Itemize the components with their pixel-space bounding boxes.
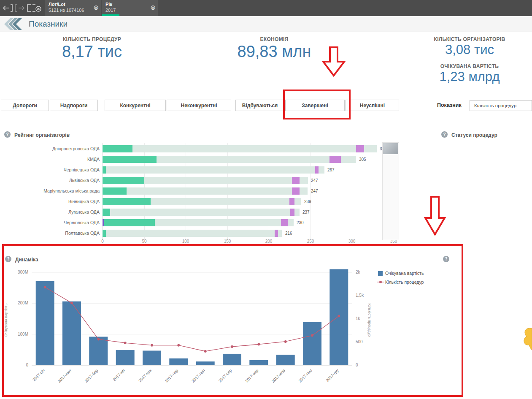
scrollbar-thumb[interactable] [383, 143, 398, 154]
org-chart-bar[interactable] [103, 166, 324, 174]
bar-segment[interactable] [281, 219, 288, 226]
bar-segment[interactable] [132, 145, 356, 152]
filter-button-6[interactable]: Завершені [285, 100, 345, 111]
dynamics-point[interactable] [44, 286, 46, 288]
bar-segment[interactable] [319, 166, 324, 174]
org-chart-tick-label: 0 [96, 239, 109, 244]
bar-segment[interactable] [106, 166, 315, 174]
svg-text:300M: 300M [18, 270, 28, 274]
bar-segment[interactable] [157, 156, 329, 163]
svg-text:0: 0 [356, 363, 358, 367]
bar-segment[interactable] [110, 209, 291, 216]
org-chart-bar[interactable] [103, 156, 356, 163]
selections-back-icon[interactable] [2, 3, 13, 13]
bar-segment[interactable] [275, 230, 278, 237]
dynamics-point[interactable] [338, 315, 340, 317]
org-chart-bar[interactable] [103, 230, 282, 237]
bar-segment[interactable] [294, 209, 300, 216]
bar-segment[interactable] [292, 187, 300, 195]
bar-segment[interactable] [341, 156, 356, 163]
metric-dropdown[interactable]: Кількість процедур [470, 100, 532, 111]
dynamics-bar[interactable] [169, 358, 188, 365]
clear-selections-icon[interactable] [26, 3, 42, 13]
bar-segment[interactable] [103, 198, 151, 205]
bar-segment[interactable] [294, 198, 301, 205]
org-chart-value-label: 239 [304, 199, 311, 204]
bar-segment[interactable] [104, 219, 155, 226]
dynamics-point[interactable] [284, 340, 287, 343]
org-chart-bar[interactable] [103, 219, 294, 226]
org-chart-bar[interactable] [103, 145, 377, 152]
dynamics-bar[interactable] [89, 337, 108, 366]
bar-segment[interactable] [155, 219, 281, 226]
bar-segment[interactable] [289, 198, 294, 205]
bar-segment[interactable] [103, 166, 106, 174]
legend-label: Кількість процедур [385, 280, 424, 285]
dynamics-point[interactable] [70, 302, 73, 304]
filter-chip-lot[interactable]: Лот/Lot 5121 из 1074106 ⊗ [45, 0, 101, 16]
bar-segment[interactable] [103, 156, 157, 163]
dynamics-point[interactable] [124, 342, 127, 344]
filter-button-3[interactable]: Конкурентні [105, 100, 166, 111]
svg-text:100M: 100M [18, 332, 28, 337]
dynamics-bar[interactable] [36, 281, 54, 366]
selections-forward-icon[interactable] [14, 3, 25, 13]
dynamics-point[interactable] [204, 350, 207, 353]
bar-segment[interactable] [356, 145, 365, 152]
dynamics-bar[interactable] [143, 351, 161, 366]
bar-segment[interactable] [292, 177, 300, 184]
help-icon[interactable]: ? [441, 131, 448, 138]
chip-close-icon[interactable]: ⊗ [150, 4, 156, 11]
dynamics-bar[interactable] [249, 360, 268, 366]
org-chart-value-label: 247 [311, 189, 318, 193]
dynamics-point[interactable] [177, 344, 180, 347]
bar-segment[interactable] [300, 177, 308, 184]
org-chart-category-label: Луганська ОДА [0, 209, 100, 216]
bar-segment[interactable] [151, 198, 289, 205]
bar-segment[interactable] [103, 177, 144, 184]
chip-close-icon[interactable]: ⊗ [93, 4, 99, 11]
filter-button-2[interactable]: Надпороги [50, 100, 98, 111]
bar-segment[interactable] [144, 177, 292, 184]
dynamics-point[interactable] [311, 334, 313, 337]
bar-segment[interactable] [103, 145, 132, 152]
filter-button-5[interactable]: Відбуваються [235, 100, 284, 111]
dynamics-bar[interactable] [196, 361, 215, 365]
bar-segment[interactable] [315, 166, 319, 174]
dynamics-bar[interactable] [62, 301, 81, 365]
dynamics-bar[interactable] [116, 350, 135, 365]
org-chart-bar[interactable] [103, 187, 308, 195]
org-chart-tick-label: 150 [221, 239, 234, 244]
dynamics-point[interactable] [97, 338, 100, 340]
org-chart-category-label: Львівська ОДА [0, 177, 100, 184]
dynamics-point[interactable] [231, 345, 233, 348]
dynamics-bar[interactable] [303, 322, 321, 365]
bar-segment[interactable] [278, 230, 282, 237]
dynamics-bar[interactable] [223, 354, 241, 365]
filter-button-4[interactable]: Неконкурентні [167, 100, 231, 111]
help-icon[interactable]: ? [4, 131, 11, 138]
bar-segment[interactable] [103, 187, 127, 195]
bar-segment[interactable] [103, 209, 110, 216]
org-chart-bar[interactable] [103, 198, 301, 205]
svg-text:2017-вер: 2017-вер [244, 368, 259, 383]
dynamics-bar[interactable] [276, 355, 295, 365]
bar-segment[interactable] [127, 187, 292, 195]
filter-chip-year[interactable]: Рік 2017 ⊗ [102, 0, 158, 16]
filter-button-7[interactable]: Неуспішні [346, 100, 399, 111]
bar-segment[interactable] [106, 230, 275, 237]
org-chart-scrollbar[interactable] [382, 142, 399, 240]
dynamics-point[interactable] [151, 344, 153, 347]
bar-segment[interactable] [290, 209, 294, 216]
bar-segment[interactable] [300, 187, 308, 195]
filter-button-1[interactable]: Допороги [1, 100, 49, 111]
svg-text:2017-лют: 2017-лют [57, 368, 73, 383]
bar-segment[interactable] [288, 219, 294, 226]
bar-segment[interactable] [364, 145, 377, 152]
org-chart-bar[interactable] [103, 177, 308, 184]
dynamics-point[interactable] [257, 343, 260, 346]
svg-text:1k: 1k [356, 316, 361, 321]
bar-segment[interactable] [329, 156, 341, 163]
bar-segment[interactable] [103, 230, 106, 237]
org-chart-bar[interactable] [103, 209, 300, 216]
